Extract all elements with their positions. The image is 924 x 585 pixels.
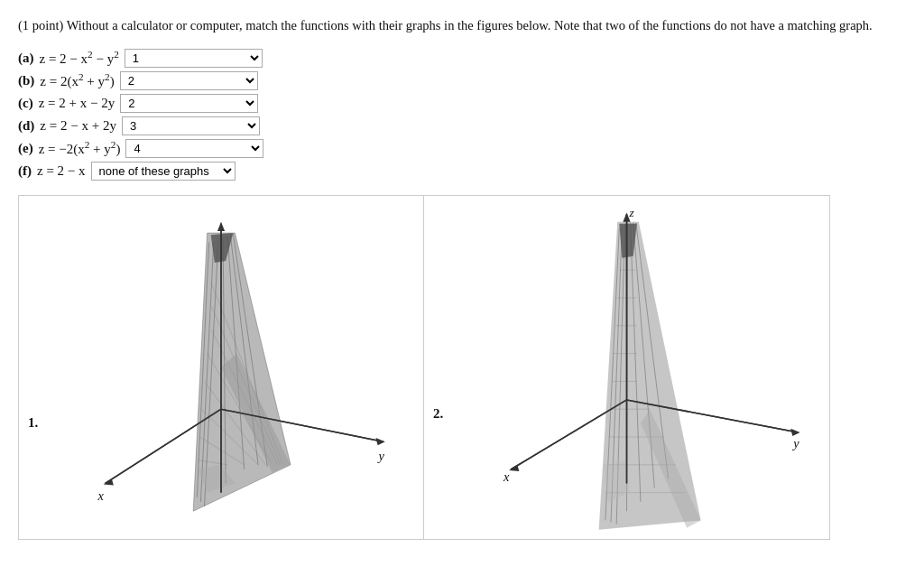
function-select-a[interactable]: 1 2 3 4 none of these graphs [125,49,263,68]
function-row-e: (e) z = −2(x2 + y2) 1 2 3 4 none of thes… [18,139,906,158]
function-expr-e: z = −2(x2 + y2) [39,139,121,157]
graph-panel-2: z y x [424,196,829,539]
instructions-text: (1 point) Without a calculator or comput… [18,16,902,36]
function-label-c: (c) [18,96,33,111]
function-select-b[interactable]: 1 2 3 4 none of these graphs [120,71,258,90]
function-expr-f: z = 2 − x [37,163,86,179]
function-row-c: (c) z = 2 + x − 2y 1 2 3 4 none of these… [18,94,906,113]
function-row-a: (a) z = 2 − x2 − y2 1 2 3 4 none of thes… [18,49,906,68]
svg-text:z: z [629,205,635,218]
function-select-c[interactable]: 1 2 3 4 none of these graphs [120,94,258,113]
svg-text:x: x [503,469,510,484]
functions-list: (a) z = 2 − x2 − y2 1 2 3 4 none of thes… [18,49,906,181]
function-label-d: (d) [18,118,34,134]
svg-text:y: y [791,436,799,450]
function-row-b: (b) z = 2(x2 + y2) 1 2 3 4 none of these… [18,71,906,90]
graphs-container: 1. y x [18,195,830,540]
function-label-f: (f) [18,163,32,179]
function-expr-b: z = 2(x2 + y2) [40,71,114,89]
svg-marker-61 [790,429,799,436]
svg-marker-29 [376,438,385,445]
page-container: (1 point) Without a calculator or comput… [18,16,906,540]
function-label-b: (b) [18,73,34,88]
function-row-f: (f) z = 2 − x 1 2 3 4 none of these grap… [18,162,906,181]
function-expr-d: z = 2 − x + 2y [40,118,116,134]
function-expr-c: z = 2 + x − 2y [39,96,116,111]
function-expr-a: z = 2 − x2 − y2 [40,49,119,67]
function-row-d: (d) z = 2 − x + 2y 1 2 3 4 none of these… [18,116,906,135]
function-label-e: (e) [18,141,33,156]
function-select-f[interactable]: 1 2 3 4 none of these graphs [91,162,236,181]
graph-number-2: 2. [433,406,443,422]
graph-panel-1: 1. y x [19,196,424,539]
svg-text:x: x [97,488,104,503]
function-select-d[interactable]: 1 2 3 4 none of these graphs [122,116,260,135]
graph-number-1: 1. [28,415,38,431]
svg-text:y: y [377,448,385,462]
function-select-e[interactable]: 1 2 3 4 none of these graphs [125,139,263,158]
function-label-a: (a) [18,51,34,66]
svg-marker-28 [217,222,225,231]
